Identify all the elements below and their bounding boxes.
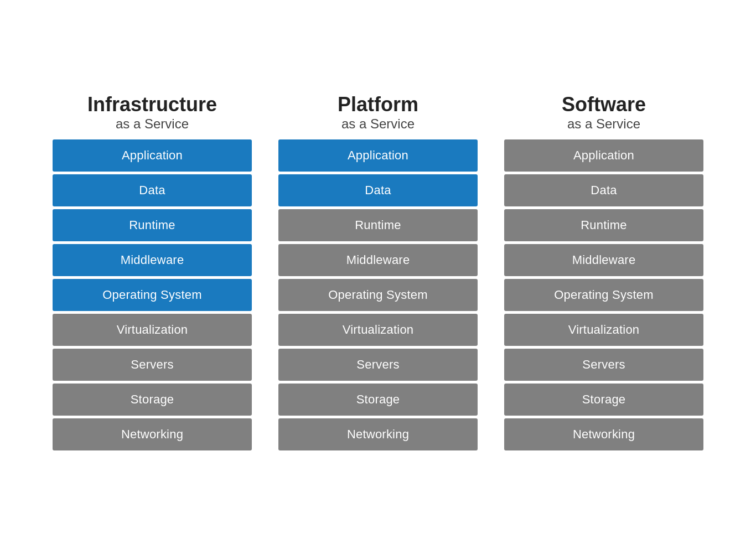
header-subtitle-iaas: as a Service <box>87 116 217 132</box>
header-subtitle-saas: as a Service <box>562 116 646 132</box>
block-saas-6: Servers <box>504 349 703 381</box>
block-saas-4: Operating System <box>504 279 703 311</box>
block-saas-3: Middleware <box>504 244 703 276</box>
header-iaas: Infrastructureas a Service <box>87 94 217 132</box>
column-paas: Platformas a ServiceApplicationDataRunti… <box>278 94 478 451</box>
header-paas: Platformas a Service <box>338 94 418 132</box>
block-iaas-1: Data <box>53 174 252 206</box>
stack-iaas: ApplicationDataRuntimeMiddlewareOperatin… <box>53 139 252 450</box>
block-paas-0: Application <box>278 139 478 172</box>
block-paas-1: Data <box>278 174 478 206</box>
stack-saas: ApplicationDataRuntimeMiddlewareOperatin… <box>504 139 703 450</box>
header-saas: Softwareas a Service <box>562 94 646 132</box>
block-iaas-4: Operating System <box>53 279 252 311</box>
block-paas-4: Operating System <box>278 279 478 311</box>
block-saas-8: Networking <box>504 418 703 450</box>
block-paas-7: Storage <box>278 384 478 416</box>
block-paas-8: Networking <box>278 418 478 450</box>
header-subtitle-paas: as a Service <box>338 116 418 132</box>
block-paas-3: Middleware <box>278 244 478 276</box>
block-saas-2: Runtime <box>504 209 703 241</box>
block-saas-0: Application <box>504 139 703 172</box>
block-saas-1: Data <box>504 174 703 206</box>
column-iaas: Infrastructureas a ServiceApplicationDat… <box>53 94 252 451</box>
block-paas-5: Virtualization <box>278 314 478 346</box>
block-paas-6: Servers <box>278 349 478 381</box>
header-title-paas: Platform <box>338 94 418 116</box>
block-iaas-2: Runtime <box>53 209 252 241</box>
block-iaas-5: Virtualization <box>53 314 252 346</box>
block-iaas-0: Application <box>53 139 252 172</box>
block-saas-5: Virtualization <box>504 314 703 346</box>
header-title-saas: Software <box>562 94 646 116</box>
diagram: Infrastructureas a ServiceApplicationDat… <box>0 71 756 473</box>
block-iaas-8: Networking <box>53 418 252 450</box>
block-iaas-7: Storage <box>53 384 252 416</box>
column-saas: Softwareas a ServiceApplicationDataRunti… <box>504 94 703 451</box>
block-iaas-6: Servers <box>53 349 252 381</box>
block-iaas-3: Middleware <box>53 244 252 276</box>
header-title-iaas: Infrastructure <box>87 94 217 116</box>
block-saas-7: Storage <box>504 384 703 416</box>
block-paas-2: Runtime <box>278 209 478 241</box>
stack-paas: ApplicationDataRuntimeMiddlewareOperatin… <box>278 139 478 450</box>
